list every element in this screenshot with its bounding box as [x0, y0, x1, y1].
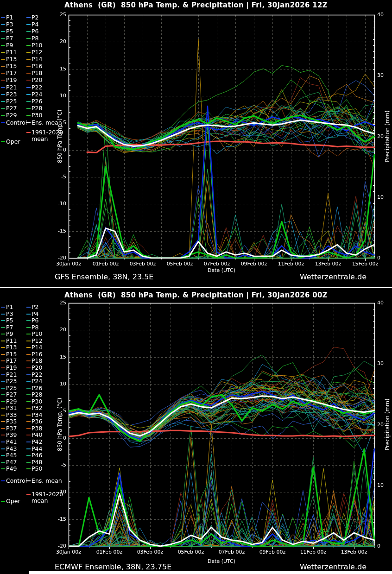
legend-line-swatch: [1, 442, 5, 442]
legend-label: P49: [6, 466, 17, 472]
legend-line-swatch: [1, 87, 5, 88]
legend-line-swatch: [1, 66, 5, 67]
legend-label: P35: [6, 418, 17, 425]
legend-label: P21: [6, 372, 17, 378]
legend-line-swatch: [26, 421, 31, 422]
legend-line-swatch: [1, 38, 5, 39]
legend-label: P18: [32, 358, 42, 364]
legend-line-swatch: [1, 24, 5, 25]
legend-line-swatch: [26, 45, 31, 46]
legend-line-swatch: [1, 334, 5, 334]
legend-label: P23: [6, 378, 17, 385]
legend-label: P13: [6, 56, 17, 63]
legend-label: P33: [6, 412, 17, 418]
legend-label: P19: [6, 77, 17, 83]
legend-line-swatch: [26, 73, 31, 74]
legend-line-swatch: [1, 455, 5, 456]
legend-line-swatch: [26, 494, 31, 495]
legend-label: P11: [6, 49, 17, 56]
legend-line-swatch: [1, 374, 5, 375]
legend-label: Ens. mean: [32, 478, 62, 484]
legend-label: P1: [6, 304, 13, 310]
legend-label: P11: [6, 338, 17, 344]
legend-line-swatch: [1, 31, 5, 32]
legend-line-swatch: [26, 52, 31, 53]
legend-line-swatch: [1, 141, 5, 142]
legend-label: P41: [6, 439, 17, 445]
legend-line-swatch: [1, 394, 5, 395]
legend-label: P30: [32, 398, 42, 405]
legend-line-swatch: [1, 327, 5, 328]
legend-label: P27: [6, 391, 17, 398]
legend-label: P8: [32, 324, 39, 331]
legend-line-swatch: [26, 468, 31, 469]
legend-label: 1991-2020 mean: [32, 491, 69, 504]
legend-label: P2: [32, 304, 39, 310]
legend-line-swatch: [26, 94, 31, 95]
legend-label: P8: [32, 35, 39, 42]
legend-line-swatch: [1, 435, 5, 435]
legend-label: P14: [32, 344, 42, 351]
legend-label: P42: [32, 439, 42, 445]
legend-label: P12: [32, 49, 42, 56]
legend-label: P29: [6, 112, 17, 119]
legend-label: P24: [32, 91, 42, 98]
legend-label: P20: [32, 77, 42, 83]
model-caption: ECMWF Ensemble, 38N, 23.75E: [55, 562, 171, 571]
legend-line-swatch: [1, 94, 5, 95]
x-axis-label: Date (UTC): [184, 267, 259, 273]
legend-line-swatch: [1, 73, 5, 74]
ecmwf-ensemble-panel: 2520151050-5-10-15-2040302010030Jan 00z0…: [0, 288, 392, 574]
watermark: Wetterzentrale.de: [300, 562, 367, 571]
legend-label: Oper: [6, 498, 20, 505]
legend-label: P9: [6, 42, 13, 49]
legend-line-swatch: [26, 59, 31, 60]
legend-label: P4: [32, 311, 39, 317]
legend-label: P24: [32, 378, 42, 385]
legend-line-swatch: [26, 394, 31, 395]
legend-line-swatch: [1, 115, 5, 116]
legend-label: P17: [6, 70, 17, 76]
legend-line-swatch: [1, 101, 5, 102]
legend-label: P3: [6, 21, 13, 28]
legend-label: P38: [32, 425, 42, 432]
legend-line-swatch: [26, 415, 31, 416]
legend-label: P14: [32, 56, 42, 63]
legend-line-swatch: [26, 307, 31, 308]
legend-line-swatch: [26, 132, 31, 133]
legend-line-swatch: [26, 480, 31, 481]
legend-label: Control: [6, 120, 27, 126]
legend-line-swatch: [1, 341, 5, 341]
legend-label: P39: [6, 432, 17, 438]
legend-line-swatch: [26, 435, 31, 435]
legend-line-swatch: [1, 108, 5, 109]
legend-line-swatch: [26, 320, 31, 321]
legend-label: P10: [32, 42, 42, 49]
legend-line-swatch: [26, 17, 31, 18]
legend-label: P3: [6, 311, 13, 317]
legend-label: P21: [6, 84, 17, 91]
legend-line-swatch: [26, 401, 31, 402]
legend-label: P6: [32, 28, 39, 35]
legend-label: P28: [32, 391, 42, 398]
legend-line-swatch: [26, 38, 31, 39]
legend-label: P16: [32, 63, 42, 69]
legend-line-swatch: [1, 122, 5, 123]
legend: P1P2P3P4P5P6P7P8P9P10P11P12P13P14P15P16P…: [0, 0, 69, 287]
legend-line-swatch: [1, 367, 5, 368]
legend-line-swatch: [26, 462, 31, 463]
legend-label: P5: [6, 317, 13, 324]
legend-label: P22: [32, 84, 42, 91]
legend-label: P23: [6, 91, 17, 98]
legend-label: P31: [6, 405, 17, 411]
legend-label: P5: [6, 28, 13, 35]
legend-line-swatch: [1, 468, 5, 469]
legend-label: P20: [32, 365, 42, 371]
legend-line-swatch: [1, 314, 5, 315]
legend-line-swatch: [26, 327, 31, 328]
legend-label: P44: [32, 446, 42, 452]
legend-line-swatch: [26, 347, 31, 348]
legend-line-swatch: [26, 354, 31, 355]
legend-line-swatch: [1, 401, 5, 402]
legend-line-swatch: [1, 480, 5, 481]
